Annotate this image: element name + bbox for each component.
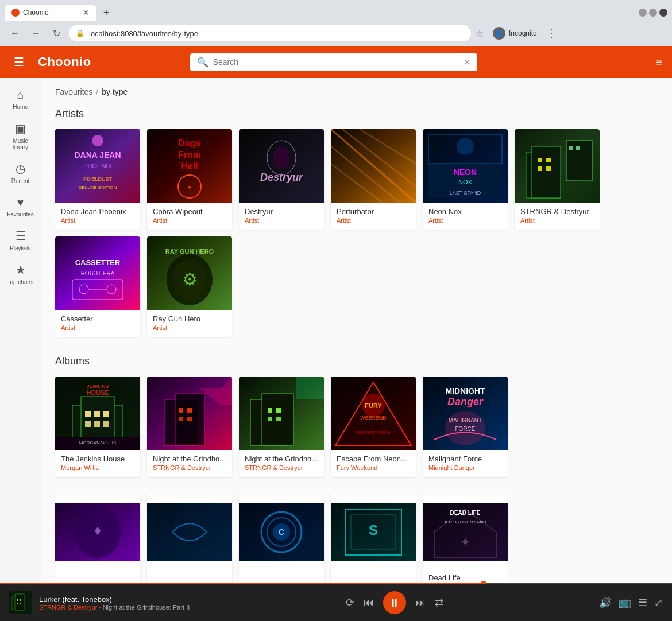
sidebar-item-top-charts[interactable]: ★ Top charts [0, 257, 41, 291]
album-name: Malignant Force [428, 455, 502, 463]
svg-text:⚙: ⚙ [182, 270, 198, 289]
svg-rect-70 [187, 417, 192, 421]
list-item[interactable]: MIDNIGHT Danger MALIGNANT FORCE Malignan… [423, 377, 508, 477]
album-image-malignant: MIDNIGHT Danger MALIGNANT FORCE [423, 377, 508, 450]
new-tab-button[interactable]: + [99, 5, 114, 20]
svg-text:PIXELDUST: PIXELDUST [83, 176, 113, 182]
sidebar-label-playlists: Playlists [10, 245, 31, 251]
sidebar-item-recent[interactable]: ◷ Recent [0, 156, 41, 190]
album-artist: Fury Weekend [337, 464, 410, 471]
search-input[interactable] [213, 57, 458, 67]
list-item[interactable]: C [239, 495, 324, 589]
list-item[interactable]: S [331, 495, 416, 589]
fullscreen-icon[interactable]: ⤢ [654, 596, 663, 609]
list-item[interactable]: Destryur Destryur Artist [239, 129, 324, 230]
main-content: Favourites / by type Artists DANA JEAN P… [41, 78, 672, 616]
previous-button[interactable]: ⏮ [364, 597, 374, 609]
artist-image-cobra: Dogs From Hell ● [147, 129, 232, 203]
artists-grid: DANA JEAN PHOENIX PIXELDUST DELUXE EDITI… [55, 129, 658, 337]
svg-point-5 [92, 135, 103, 146]
album-image-r2-1: ♦ [55, 495, 140, 569]
svg-text:Danger: Danger [447, 396, 484, 407]
list-item[interactable]: FURY WEEKEND ESCAPE FROM Escape From Neo… [331, 377, 416, 477]
window-maximize[interactable] [649, 9, 657, 17]
album-image-grindhouse2 [239, 377, 324, 450]
app-body: ⌂ Home ▣ Music library ◷ Recent ♥ Favour… [0, 78, 672, 616]
breadcrumb-root[interactable]: Favourites [55, 87, 92, 96]
svg-rect-114 [17, 603, 18, 604]
sidebar-label-music-library: Music library [5, 138, 36, 150]
sidebar-item-music-library[interactable]: ▣ Music library [0, 116, 41, 156]
list-item[interactable]: Dogs From Hell ● Cobra Wipeout Artist [147, 129, 232, 230]
sidebar-item-playlists[interactable]: ☰ Playlists [0, 223, 41, 257]
active-tab[interactable]: Choonio ✕ [5, 5, 96, 21]
svg-rect-59 [103, 421, 109, 427]
search-icon: 🔍 [197, 57, 208, 68]
list-item[interactable]: JENKINS HOUSE MORGAN WILLIS The Jenkins … [55, 377, 140, 477]
list-item[interactable]: CASSETTER ROBOT ERA Cassetter Artist [55, 236, 140, 337]
forward-button[interactable]: → [28, 25, 44, 41]
list-item[interactable] [147, 495, 232, 589]
search-clear-button[interactable]: ✕ [463, 57, 470, 68]
artist-name: Cobra Wipeout [153, 207, 226, 216]
svg-text:MIDNIGHT: MIDNIGHT [445, 386, 485, 395]
window-close[interactable] [659, 9, 667, 17]
favourites-icon: ♥ [17, 196, 24, 209]
list-item[interactable]: Night at the Grindho... STRNGR & Destryu… [239, 377, 324, 477]
album-artist: Midnight Danger [428, 464, 502, 471]
svg-text:C: C [279, 527, 284, 537]
app-header: ☰ Choonio 🔍 ✕ ≡ [0, 46, 672, 78]
list-item[interactable]: Perturbator Artist [331, 129, 416, 230]
header-menu-icon[interactable]: ≡ [656, 56, 663, 68]
window-minimize[interactable] [639, 9, 647, 17]
list-item[interactable]: ♦ [55, 495, 140, 589]
sidebar-item-favourites[interactable]: ♥ Favourites [0, 190, 41, 223]
bookmark-icon[interactable]: ☆ [476, 28, 484, 39]
tab-close-button[interactable]: ✕ [83, 8, 90, 17]
svg-text:MORGAN WILLIS: MORGAN WILLIS [79, 440, 116, 445]
play-pause-button[interactable]: ⏸ [383, 591, 406, 614]
hamburger-menu[interactable]: ☰ [9, 51, 29, 73]
volume-icon[interactable]: 🔊 [599, 596, 612, 609]
album-info-r2-2 [147, 569, 232, 580]
artist-image-ray-gun: RAY GUN HERO ⚙ [147, 236, 232, 310]
browser-menu-button[interactable]: ⋮ [546, 27, 557, 40]
artist-type: Artist [520, 217, 594, 224]
list-item[interactable]: STRNGR & Destryur Artist [515, 129, 600, 230]
repeat-button[interactable]: ⟳ [346, 596, 354, 609]
list-item[interactable]: Night at the Grindho... STRNGR & Destryu… [147, 377, 232, 477]
svg-rect-112 [17, 599, 18, 601]
artist-image-strngr [515, 129, 600, 203]
shuffle-button[interactable]: ⇄ [435, 596, 443, 609]
player-track-name: Lurker (feat. Tonebox) [39, 595, 190, 604]
cast-icon[interactable]: 📺 [619, 596, 631, 609]
svg-rect-38 [576, 146, 580, 150]
list-item[interactable]: DANA JEAN PHOENIX PIXELDUST DELUXE EDITI… [55, 129, 140, 230]
list-item[interactable]: NEON NOX LAST STAND Neon Nox Artist [423, 129, 508, 230]
list-item[interactable]: RAY GUN HERO ⚙ Ray Gun Hero Artist [147, 236, 232, 337]
artist-name: Perturbator [337, 207, 410, 216]
album-info-r2-3 [239, 569, 324, 580]
player-thumbnail [9, 591, 32, 614]
artists-section-title: Artists [55, 108, 658, 120]
queue-icon[interactable]: ☰ [638, 596, 647, 609]
artists-section: Artists DANA JEAN PHOENIX PIXELDUST DELU… [55, 108, 658, 337]
home-icon: ⌂ [17, 88, 24, 102]
sidebar-label-top-charts: Top charts [7, 279, 33, 285]
sidebar-item-home[interactable]: ⌂ Home [0, 83, 41, 116]
artist-type: Artist [61, 217, 134, 224]
reload-button[interactable]: ↻ [48, 25, 64, 41]
app-logo: Choonio [38, 55, 91, 69]
svg-point-28 [457, 138, 474, 155]
svg-text:ROBOT ERA: ROBOT ERA [81, 270, 115, 277]
artist-type: Artist [428, 217, 502, 224]
next-button[interactable]: ⏭ [415, 597, 426, 609]
svg-text:JENKINS: JENKINS [86, 383, 109, 389]
browser-chrome: Choonio ✕ + ← → ↻ 🔒 localhost:8080/favou… [0, 0, 672, 46]
list-item[interactable]: DEAD LIFE HER BROKEN SMILE ✦ Dead Life [423, 495, 508, 589]
albums-section: Albums [55, 355, 658, 589]
album-name: Escape From Neon C... [337, 455, 410, 463]
url-input[interactable]: 🔒 localhost:8080/favourites/by-type [69, 25, 471, 41]
url-text: localhost:8080/favourites/by-type [89, 29, 198, 38]
back-button[interactable]: ← [7, 25, 23, 41]
